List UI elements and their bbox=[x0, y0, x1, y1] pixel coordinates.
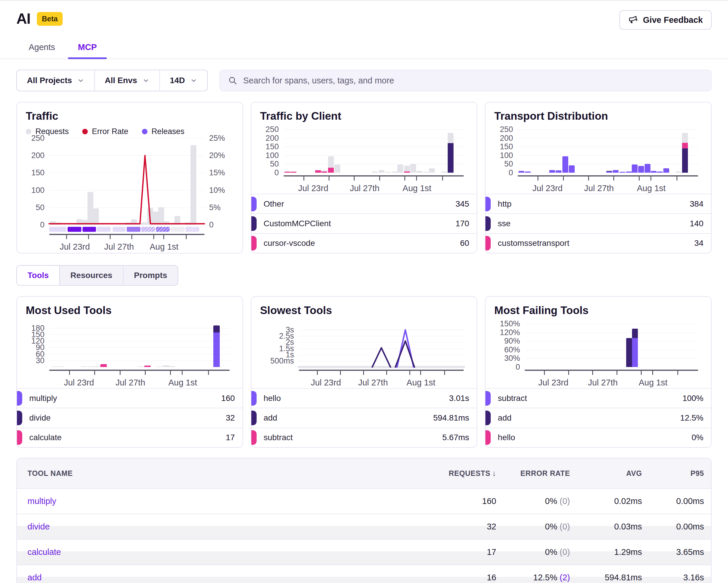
give-feedback-button[interactable]: Give Feedback bbox=[620, 10, 711, 30]
x-tick-label: Aug 1st bbox=[150, 242, 179, 252]
subtab-resources[interactable]: Resources bbox=[60, 266, 124, 285]
bar-segment bbox=[549, 170, 555, 173]
search-bar[interactable] bbox=[219, 70, 711, 91]
legend-row[interactable]: add594.81ms bbox=[251, 408, 477, 427]
series-color-pill bbox=[251, 197, 257, 211]
series-color-pill bbox=[485, 197, 491, 211]
axis-tick bbox=[676, 176, 677, 181]
legend-row[interactable]: multiply160 bbox=[17, 388, 242, 408]
card-client: Traffic by Client250200150100500Jul 23rd… bbox=[251, 102, 477, 253]
bar-segment bbox=[423, 172, 429, 173]
error-count: (0) bbox=[557, 547, 570, 557]
bar-segment bbox=[613, 170, 619, 173]
axis-tick bbox=[639, 176, 640, 181]
legend-row[interactable]: add12.5% bbox=[486, 408, 711, 427]
bar-segment bbox=[144, 365, 151, 367]
subtab-tools[interactable]: Tools bbox=[17, 266, 60, 285]
series-color-pill bbox=[251, 430, 257, 445]
legend-row[interactable]: subtract5.67ms bbox=[251, 428, 477, 447]
axis-baseline bbox=[49, 370, 230, 371]
bar bbox=[100, 364, 107, 367]
p95-cell: 3.16s bbox=[642, 573, 704, 582]
series-color-pill bbox=[485, 216, 491, 231]
series-color-pill bbox=[251, 236, 257, 251]
series-value: 5.67ms bbox=[442, 433, 469, 442]
legend-row[interactable]: sse140 bbox=[486, 213, 711, 233]
axis-tick bbox=[588, 176, 589, 181]
legend-row[interactable]: calculate17 bbox=[17, 428, 242, 447]
bar-segment bbox=[157, 366, 163, 367]
axis-tick bbox=[641, 371, 642, 375]
series-label: add bbox=[264, 413, 277, 423]
avg-cell: 0.02ms bbox=[570, 497, 642, 506]
y-axis-left: 250200150100500 bbox=[26, 138, 45, 225]
bar-segment bbox=[632, 164, 638, 173]
tab-mcp[interactable]: MCP bbox=[75, 36, 100, 58]
megaphone-icon bbox=[628, 15, 638, 25]
series-label: multiply bbox=[29, 394, 57, 403]
filter-all-envs[interactable]: All Envs bbox=[95, 70, 160, 91]
legend-row[interactable]: CustomMCPClient170 bbox=[251, 213, 477, 233]
legend-row[interactable]: hello0% bbox=[486, 428, 711, 447]
legend-row[interactable]: Other345 bbox=[251, 194, 477, 213]
axis-tick bbox=[416, 176, 417, 181]
axis-tick bbox=[340, 371, 341, 375]
bar bbox=[321, 170, 327, 173]
legend-row[interactable]: cursor-vscode60 bbox=[251, 233, 477, 253]
column-header-requests[interactable]: REQUESTS↓ bbox=[409, 469, 496, 478]
error-rate-cell: 0% (0) bbox=[496, 497, 570, 506]
bar-segment bbox=[556, 170, 562, 173]
subtab-prompts[interactable]: Prompts bbox=[124, 266, 178, 285]
bar-segment bbox=[385, 172, 391, 173]
bar-segment bbox=[606, 172, 612, 173]
axis-tick bbox=[363, 371, 364, 375]
legend-row[interactable]: customssetransport34 bbox=[486, 233, 711, 253]
axis-tick bbox=[592, 371, 593, 375]
tool-name-link[interactable]: calculate bbox=[27, 547, 409, 557]
release-segment bbox=[156, 227, 170, 232]
legend-row[interactable]: http384 bbox=[486, 194, 711, 213]
bar bbox=[638, 166, 644, 173]
y-axis-left: 3s2.5s2s1.5s1s500ms bbox=[260, 324, 294, 367]
brand: AI Beta bbox=[17, 10, 62, 27]
axis-tick bbox=[110, 235, 111, 239]
search-input[interactable] bbox=[243, 76, 703, 85]
y-tick-label: 50 bbox=[504, 159, 513, 169]
bar-segment bbox=[676, 172, 681, 173]
filter-all-projects[interactable]: All Projects bbox=[17, 70, 95, 91]
bar-segment bbox=[663, 168, 669, 173]
legend-row[interactable]: subtract100% bbox=[486, 388, 711, 408]
page-title: AI bbox=[17, 10, 30, 27]
bar-segment bbox=[315, 170, 321, 173]
bar bbox=[626, 172, 632, 173]
beta-badge: Beta bbox=[37, 12, 62, 26]
table-row: add1612.5% (2)594.81ms3.16s bbox=[17, 564, 711, 583]
gridline bbox=[525, 341, 698, 341]
x-axis: Jul 23rdJul 27thAug 1st bbox=[49, 370, 230, 390]
gridline bbox=[49, 334, 230, 335]
plot-area bbox=[299, 324, 464, 367]
bar-segment bbox=[87, 366, 94, 367]
tool-name-link[interactable]: multiply bbox=[27, 497, 409, 506]
p95-cell: 0.00ms bbox=[642, 497, 704, 506]
tool-name-link[interactable]: add bbox=[27, 573, 409, 582]
bar-segment bbox=[51, 366, 58, 367]
bar bbox=[549, 170, 555, 173]
axis-tick bbox=[163, 235, 164, 239]
x-tick-label: Aug 1st bbox=[637, 183, 666, 193]
legend-row[interactable]: hello3.01s bbox=[251, 388, 477, 408]
card-title: Traffic by Client bbox=[260, 110, 341, 122]
bar bbox=[676, 172, 681, 173]
filter-14d[interactable]: 14D bbox=[160, 70, 207, 91]
error-count: (0) bbox=[557, 522, 570, 531]
axis-baseline bbox=[299, 370, 464, 371]
series-label: hello bbox=[264, 394, 281, 403]
bar bbox=[606, 171, 612, 173]
gridline bbox=[284, 155, 464, 156]
gridline bbox=[49, 341, 230, 341]
tab-agents[interactable]: Agents bbox=[26, 36, 58, 58]
legend-row[interactable]: divide32 bbox=[17, 408, 242, 427]
bar-segment bbox=[525, 172, 531, 173]
tool-name-link[interactable]: divide bbox=[27, 522, 409, 532]
error-count: (0) bbox=[557, 497, 570, 506]
